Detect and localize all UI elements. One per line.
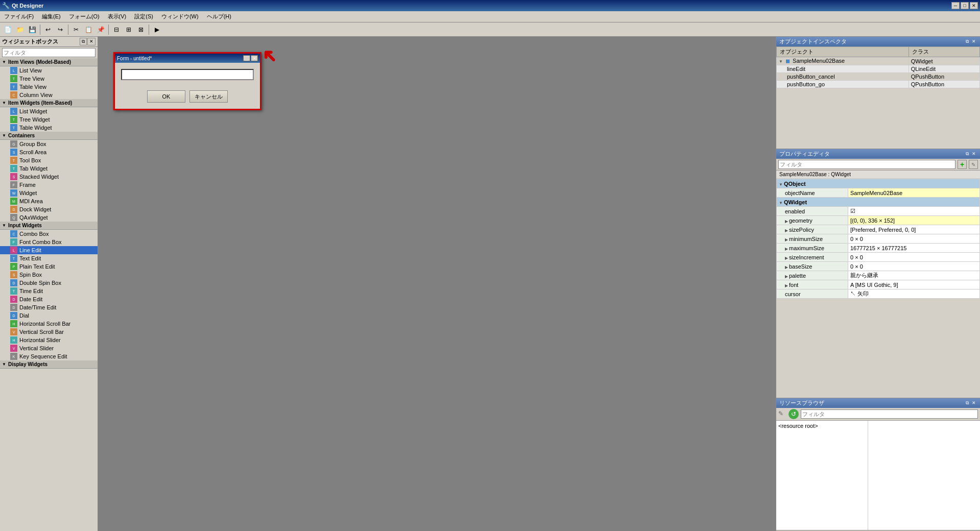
widget-qaxwidget[interactable]: Q QAxWidget (0, 213, 98, 222)
table-row[interactable]: ▶minimumSize 0 × 0 (777, 234, 980, 244)
qt-form-min-btn[interactable]: _ (243, 55, 250, 61)
widget-list-view[interactable]: L List View (0, 66, 98, 75)
prop-value-minimumsize[interactable]: 0 × 0 (848, 234, 980, 244)
toolbar-copy[interactable]: 📋 (83, 24, 94, 35)
table-row[interactable]: enabled ☑ (777, 207, 980, 216)
table-row[interactable]: ▶maximumSize 16777215 × 16777215 (777, 244, 980, 253)
widget-date-edit[interactable]: D Date Edit (0, 295, 98, 303)
table-row[interactable]: ▶sizePolicy [Preferred, Preferred, 0, 0] (777, 225, 980, 234)
table-row[interactable]: ▶baseSize 0 × 0 (777, 262, 980, 271)
prop-value-geometry[interactable]: [(0, 0), 336 × 152] (848, 216, 980, 225)
widget-box-float-btn[interactable]: ⧉ (80, 38, 87, 45)
widget-time-edit[interactable]: T Time Edit (0, 287, 98, 295)
widget-v-scrollbar[interactable]: V Vertical Scroll Bar (0, 328, 98, 336)
widget-h-scrollbar[interactable]: H Horizontal Scroll Bar (0, 320, 98, 328)
table-row[interactable]: ▶geometry [(0, 0), 336 × 152] (777, 216, 980, 225)
resource-browser-close-btn[interactable]: ✕ (971, 400, 977, 406)
table-row[interactable]: pushButton_cancel QPushButton (777, 73, 980, 81)
widget-font-combo-box[interactable]: F Font Combo Box (0, 238, 98, 246)
widget-table-view[interactable]: T Table View (0, 83, 98, 91)
category-containers[interactable]: ▼ Containers (0, 132, 98, 140)
prop-value-enabled[interactable]: ☑ (848, 207, 980, 216)
table-row[interactable]: lineEdit QLineEdit (777, 65, 980, 73)
widget-tree-widget[interactable]: T Tree Widget (0, 115, 98, 124)
canvas-area[interactable]: Form - untitled* _ ✕ OK キャンセル ➜ (98, 37, 776, 531)
widget-plain-text-edit[interactable]: P Plain Text Edit (0, 262, 98, 271)
widget-tool-box[interactable]: T Tool Box (0, 156, 98, 164)
category-display-widgets[interactable]: ▼ Display Widgets (0, 360, 98, 369)
widget-double-spin-box[interactable]: D Double Spin Box (0, 279, 98, 287)
widget-column-view[interactable]: C Column View (0, 91, 98, 99)
refresh-icon[interactable]: ↺ (788, 409, 799, 419)
table-row[interactable]: cursor ↖ 矢印 (777, 289, 980, 299)
prop-value-cursor[interactable]: ↖ 矢印 (848, 289, 980, 299)
prop-value-objectname[interactable]: SampleMenu02Base (848, 188, 980, 198)
menu-settings[interactable]: 設定(S) (130, 12, 157, 21)
maximize-button[interactable]: □ (961, 2, 969, 9)
widget-widget[interactable]: W Widget (0, 189, 98, 197)
widget-stacked-widget[interactable]: S Stacked Widget (0, 173, 98, 181)
menu-view[interactable]: 表示(V) (104, 12, 131, 21)
qt-form-input[interactable] (121, 69, 254, 80)
widget-scroll-area[interactable]: S Scroll Area (0, 148, 98, 156)
widget-dial[interactable]: D Dial (0, 311, 98, 320)
menu-file[interactable]: ファイル(F) (0, 12, 38, 21)
toolbar-layout-v[interactable]: ⊞ (123, 24, 134, 35)
property-editor-float-btn[interactable]: ⧉ (965, 151, 970, 157)
property-editor-close-btn[interactable]: ✕ (971, 151, 977, 157)
widget-group-box[interactable]: G Group Box (0, 140, 98, 148)
toolbar-open[interactable]: 📁 (14, 24, 26, 35)
widget-box-close-btn[interactable]: ✕ (87, 38, 95, 45)
toolbar-undo[interactable]: ↩ (42, 24, 54, 35)
toolbar-paste[interactable]: 📌 (95, 24, 106, 35)
menu-help[interactable]: ヘルプ(H) (203, 12, 235, 21)
category-item-views[interactable]: ▼ Item Views (Model-Based) (0, 58, 98, 66)
menu-edit[interactable]: 編集(E) (38, 12, 65, 21)
widget-line-edit[interactable]: L Line Edit (0, 246, 98, 254)
object-inspector-float-btn[interactable]: ⧉ (965, 39, 970, 44)
widget-h-slider[interactable]: H Horizontal Slider (0, 336, 98, 344)
prop-value-palette[interactable]: 親から継承 (848, 271, 980, 280)
toolbar-redo[interactable]: ↪ (55, 24, 66, 35)
widget-v-slider[interactable]: V Vertical Slider (0, 344, 98, 352)
table-row[interactable]: objectName SampleMenu02Base (777, 188, 980, 198)
resource-root-item[interactable]: <resource root> (778, 423, 866, 429)
close-button[interactable]: ✕ (970, 2, 978, 9)
toolbar-new[interactable]: 📄 (2, 24, 13, 35)
widget-text-edit[interactable]: T Text Edit (0, 254, 98, 262)
menu-window[interactable]: ウィンドウ(W) (157, 12, 203, 21)
widget-mdi-area[interactable]: M MDI Area (0, 197, 98, 205)
widget-datetime-edit[interactable]: D Date/Time Edit (0, 303, 98, 311)
ok-button[interactable]: OK (147, 90, 185, 103)
property-add-btn[interactable]: + (958, 160, 967, 169)
table-row[interactable]: ▶palette 親から継承 (777, 271, 980, 280)
widget-combo-box[interactable]: C Combo Box (0, 230, 98, 238)
table-row[interactable]: ▶sizeIncrement 0 × 0 (777, 253, 980, 262)
cancel-button[interactable]: キャンセル (189, 90, 228, 103)
widget-dock-widget[interactable]: D Dock Widget (0, 205, 98, 213)
prop-value-basesize[interactable]: 0 × 0 (848, 262, 980, 271)
toolbar-layout-grid[interactable]: ⊠ (135, 24, 147, 35)
prop-value-font[interactable]: A [MS UI Gothic, 9] (848, 280, 980, 289)
toolbar-preview[interactable]: ▶ (151, 24, 162, 35)
toolbar-cut[interactable]: ✂ (70, 24, 82, 35)
category-item-widgets[interactable]: ▼ Item Widgets (Item-Based) (0, 99, 98, 107)
category-input-widgets[interactable]: ▼ Input Widgets (0, 222, 98, 230)
resource-browser-float-btn[interactable]: ⧉ (965, 400, 970, 406)
widget-tab-widget[interactable]: T Tab Widget (0, 164, 98, 173)
pencil-icon[interactable]: ✎ (778, 410, 786, 418)
table-row[interactable]: ▶font A [MS UI Gothic, 9] (777, 280, 980, 289)
table-row[interactable]: ▼ ◼ SampleMenu02Base QWidget (777, 57, 980, 65)
prop-value-maximumsize[interactable]: 16777215 × 16777215 (848, 244, 980, 253)
property-edit-btn[interactable]: ✎ (969, 160, 978, 169)
minimize-button[interactable]: ─ (951, 2, 960, 9)
widget-spin-box[interactable]: S Spin Box (0, 271, 98, 279)
toolbar-layout-h[interactable]: ⊟ (111, 24, 122, 35)
object-inspector-close-btn[interactable]: ✕ (971, 39, 977, 44)
resource-filter-input[interactable] (801, 409, 978, 419)
widget-key-seq-edit[interactable]: K Key Sequence Edit (0, 352, 98, 360)
property-filter-input[interactable] (778, 160, 955, 169)
widget-table-widget[interactable]: T Table Widget (0, 124, 98, 132)
widget-tree-view[interactable]: T Tree View (0, 75, 98, 83)
prop-value-sizepolicy[interactable]: [Preferred, Preferred, 0, 0] (848, 225, 980, 234)
